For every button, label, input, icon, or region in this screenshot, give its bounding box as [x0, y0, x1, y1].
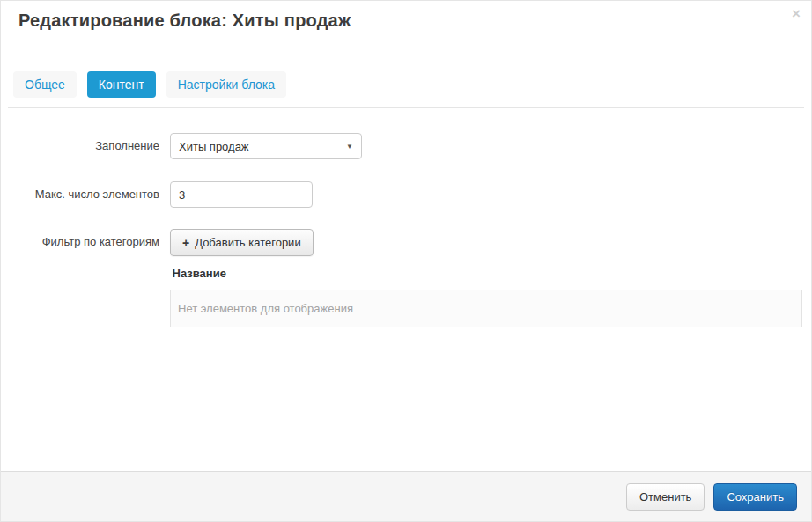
add-categories-button[interactable]: + Добавить категории [170, 229, 314, 256]
empty-state-text: Нет элементов для отображения [171, 290, 802, 327]
max-items-label: Макс. число элементов [8, 181, 170, 208]
form-row-category-filter: Фильтр по категориям + Добавить категори… [8, 229, 804, 256]
tab-content[interactable]: Контент [87, 71, 156, 98]
categories-table: Название Нет элементов для отображения [170, 261, 802, 327]
edit-block-modal: Редактирование блока: Хиты продаж × Обще… [0, 0, 812, 522]
form-row-fill: Заполнение Хиты продаж ▼ [8, 133, 804, 159]
category-filter-label: Фильтр по категориям [8, 229, 170, 255]
save-button[interactable]: Сохранить [713, 483, 797, 511]
form-row-max-items: Макс. число элементов [8, 181, 804, 208]
fill-select-value: Хиты продаж [179, 140, 249, 153]
table-header-name: Название [171, 261, 802, 290]
cancel-button[interactable]: Отменить [626, 483, 705, 511]
fill-label: Заполнение [8, 133, 170, 159]
tabs-divider [8, 107, 804, 108]
tab-block-settings[interactable]: Настройки блока [166, 71, 286, 98]
modal-footer: Отменить Сохранить [1, 471, 811, 521]
plus-icon: + [182, 236, 189, 250]
chevron-down-icon: ▼ [346, 143, 353, 151]
fill-select[interactable]: Хиты продаж ▼ [170, 133, 362, 159]
categories-table-wrap: Название Нет элементов для отображения [170, 261, 802, 327]
table-row: Нет элементов для отображения [171, 290, 802, 327]
modal-body: Общее Контент Настройки блока Заполнение… [1, 40, 811, 471]
modal-header: Редактирование блока: Хиты продаж × [1, 1, 811, 40]
tab-general[interactable]: Общее [13, 71, 77, 98]
max-items-input[interactable] [170, 181, 313, 208]
tab-bar: Общее Контент Настройки блока [13, 71, 799, 98]
add-categories-button-label: Добавить категории [195, 236, 300, 249]
page-title: Редактирование блока: Хиты продаж [18, 11, 794, 31]
close-icon[interactable]: × [792, 6, 801, 21]
